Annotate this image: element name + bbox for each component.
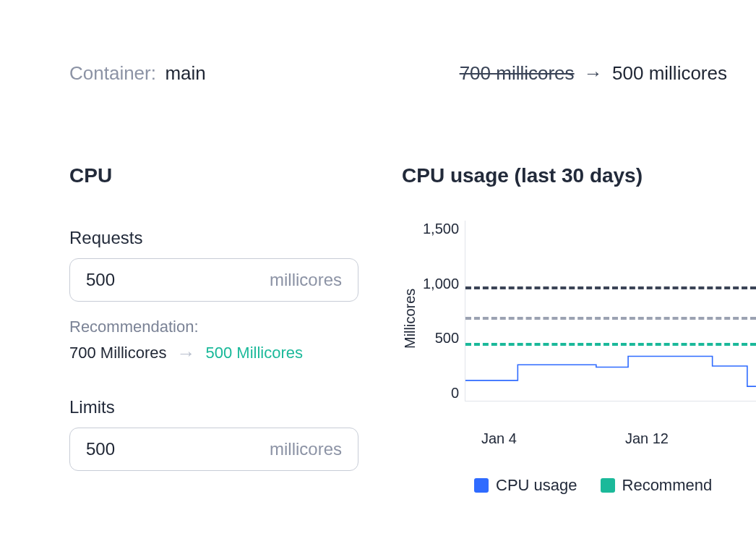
recommendation-new: 500 Millicores bbox=[206, 344, 304, 362]
y-tick: 1,000 bbox=[423, 276, 459, 292]
cpu-panel: CPU Requests millicores Recommendation: … bbox=[69, 164, 358, 495]
cpu-usage-line bbox=[465, 221, 756, 401]
y-tick: 1,500 bbox=[423, 221, 459, 237]
cpu-usage-chart-panel: CPU usage (last 30 days) Millicores 1,50… bbox=[402, 164, 756, 495]
legend-label: CPU usage bbox=[496, 476, 577, 495]
chart-title: CPU usage (last 30 days) bbox=[402, 164, 756, 187]
container-title: Container: main bbox=[69, 62, 206, 85]
y-tick: 0 bbox=[451, 385, 459, 401]
container-name: main bbox=[165, 62, 205, 84]
y-tick: 500 bbox=[435, 330, 459, 347]
cpu-heading: CPU bbox=[69, 164, 358, 187]
recommendation-line: 700 Millicores → 500 Millicores bbox=[69, 344, 358, 362]
requests-input-wrap[interactable]: millicores bbox=[69, 258, 358, 302]
limits-input-wrap[interactable]: millicores bbox=[69, 428, 358, 471]
recommendation-label: Recommendation: bbox=[69, 318, 358, 336]
header-row: Container: main 700 millicores → 500 mil… bbox=[69, 62, 756, 85]
y-axis-label: Millicores bbox=[402, 221, 418, 416]
x-tick: Jan 12 bbox=[625, 430, 669, 447]
arrow-right-icon: → bbox=[177, 344, 196, 362]
limits-input[interactable] bbox=[86, 439, 270, 459]
y-axis-ticks: 1,500 1,000 500 0 bbox=[423, 221, 465, 401]
requests-input[interactable] bbox=[86, 270, 270, 290]
legend-recommend: Recommend bbox=[601, 476, 713, 495]
chart-body: Millicores 1,500 1,000 500 0 bbox=[402, 221, 756, 416]
square-icon bbox=[474, 478, 489, 493]
old-value: 700 millicores bbox=[460, 62, 575, 84]
requests-unit: millicores bbox=[270, 270, 342, 290]
new-value: 500 millicores bbox=[612, 62, 727, 84]
limits-unit: millicores bbox=[270, 439, 342, 459]
requests-label: Requests bbox=[69, 228, 358, 248]
header-change-summary: 700 millicores → 500 millicores bbox=[460, 62, 727, 85]
plot-area bbox=[465, 221, 756, 401]
container-label: Container: bbox=[69, 62, 156, 84]
x-axis-ticks: Jan 4 Jan 12 bbox=[481, 430, 756, 447]
x-tick: Jan 4 bbox=[481, 430, 517, 447]
legend-label: Recommend bbox=[622, 476, 713, 495]
arrow-right-icon: → bbox=[584, 62, 603, 84]
legend-cpu-usage: CPU usage bbox=[474, 476, 577, 495]
limits-label: Limits bbox=[69, 397, 358, 417]
square-icon bbox=[601, 478, 615, 493]
recommendation-old: 700 Millicores bbox=[69, 344, 167, 362]
chart-legend: CPU usage Recommend bbox=[474, 476, 756, 495]
